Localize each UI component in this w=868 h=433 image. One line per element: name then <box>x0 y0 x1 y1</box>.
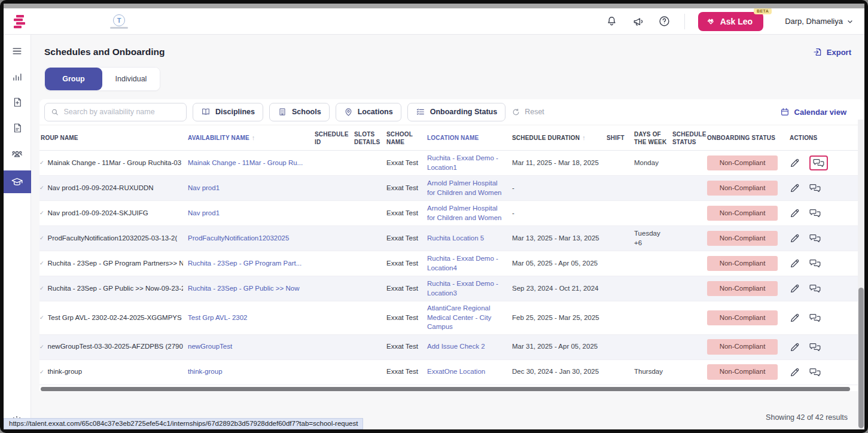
col-onboarding-status[interactable]: ONBOARDING STATUS <box>707 134 790 142</box>
sort-asc-icon[interactable]: ↑ <box>252 133 255 142</box>
comments-button[interactable] <box>809 283 821 294</box>
comments-button[interactable] <box>813 158 824 168</box>
location-link[interactable]: Arnold Palmer Hospital for Children and … <box>427 204 512 222</box>
availability-link[interactable]: Ruchita - 23Sep - GP Public >> Now <box>188 284 315 294</box>
location-link[interactable]: Ruchita - Exxat Demo - Location4 <box>427 254 512 273</box>
table-row[interactable]: ✓Test Grp AVL- 2302-02-24-2025-XGGMPYS (… <box>39 301 864 335</box>
edit-button[interactable] <box>790 258 800 269</box>
col-group-name[interactable]: ROUP NAME <box>39 134 188 142</box>
location-link[interactable]: Ruchita - Exxat Demo - Location3 <box>427 279 512 298</box>
onboarding-status-cell: Non-Compliant <box>707 281 790 297</box>
help-icon[interactable] <box>658 15 671 28</box>
sidebar-item-internships[interactable] <box>4 170 31 193</box>
schools-filter-button[interactable]: Schools <box>269 103 330 121</box>
locations-filter-button[interactable]: Locations <box>336 103 401 121</box>
search-box[interactable] <box>44 103 187 121</box>
availability-link[interactable]: Nav prod1 <box>188 209 315 218</box>
annotation-highlight-box <box>809 155 828 170</box>
sidebar-item-people[interactable] <box>4 145 31 163</box>
table-row[interactable]: ✓ProdFacultyNotification12032025-03-13-2… <box>39 226 864 251</box>
reset-filters-button[interactable]: Reset <box>511 108 544 117</box>
availability-link[interactable]: Test Grp AVL- 2302 <box>188 313 315 323</box>
availability-link[interactable]: ProdFacultyNotification12032025 <box>188 234 315 243</box>
comments-button[interactable] <box>809 208 821 218</box>
edit-button[interactable] <box>790 342 800 352</box>
location-link[interactable]: AtlantiCare Regional Medical Center - Ci… <box>427 304 512 332</box>
col-slots-details[interactable]: SLOTS DETAILS <box>354 130 386 146</box>
col-schedule-status[interactable]: SCHEDULE STATUS <box>672 130 707 146</box>
edit-button[interactable] <box>790 183 800 193</box>
comments-button[interactable] <box>809 367 821 377</box>
edit-button[interactable] <box>790 367 800 377</box>
col-school-name[interactable]: SCHOOL NAME <box>386 130 427 146</box>
status-badge: Non-Compliant <box>707 155 778 171</box>
location-link[interactable]: Ruchita Location 5 <box>427 234 512 243</box>
availability-link[interactable]: Nav prod1 <box>188 184 315 193</box>
schedule-duration-cell: Dec 30, 2024 - Jan 30, 2025 <box>512 367 607 377</box>
window-chrome <box>4 4 864 8</box>
availability-link[interactable]: newGroupTest <box>188 342 315 352</box>
sidebar-item-documents[interactable] <box>4 119 31 137</box>
group-name: Ruchita - 23Sep - GP Public >> Now-09-23… <box>48 284 183 294</box>
calendar-view-button[interactable]: Calendar view <box>780 107 854 117</box>
disciplines-filter-button[interactable]: Disciplines <box>193 103 263 121</box>
school-name-cell: Exxat Test <box>386 184 427 193</box>
table-row[interactable]: ✓Mainak Change - 11Mar - Group Ruchita-0… <box>39 151 864 176</box>
comments-button[interactable] <box>809 258 821 269</box>
actions-cell <box>790 208 849 218</box>
col-location-name[interactable]: LOCATION NAME <box>427 134 512 142</box>
location-link[interactable]: ExxatOne Location <box>427 367 512 377</box>
edit-button[interactable] <box>790 313 800 323</box>
schedule-duration-cell: Mar 05, 2025 - Apr 05, 2025 <box>512 259 607 269</box>
availability-link[interactable]: Mainak Change - 11Mar - Group Ru... <box>188 158 315 168</box>
edit-button[interactable] <box>790 158 800 168</box>
table-row[interactable]: ✓Nav prod1-09-09-2024-RUXUDDNNav prod1Ex… <box>39 176 864 201</box>
group-name-cell: ✓Ruchita - 23Sep - GP Public >> Now-09-2… <box>39 284 188 294</box>
edit-button[interactable] <box>790 208 800 218</box>
comments-button[interactable] <box>809 313 821 323</box>
location-link[interactable]: Ruchita - Exxat Demo - Location1 <box>427 154 512 172</box>
table-row[interactable]: ✓Ruchita - 23Sep - GP Program Partners>>… <box>39 251 864 276</box>
announcements-megaphone-icon[interactable] <box>632 15 645 28</box>
comments-button[interactable] <box>809 183 821 193</box>
user-menu[interactable]: Darp, Dhameliya <box>785 17 854 26</box>
vertical-scrollbar[interactable] <box>858 120 864 429</box>
col-schedule-duration[interactable]: SCHEDULE DURATION↑ <box>512 133 607 142</box>
sidebar-menu-toggle[interactable] <box>4 42 31 60</box>
location-link[interactable]: Arnold Palmer Hospital for Children and … <box>427 179 512 197</box>
status-badge: Non-Compliant <box>707 281 778 297</box>
sidebar <box>4 35 31 425</box>
onboarding-status-cell: Non-Compliant <box>707 181 790 196</box>
tab-individual[interactable]: Individual <box>102 68 160 90</box>
sidebar-item-add-document[interactable] <box>4 93 31 111</box>
ask-leo-button[interactable]: Ask Leo BETA <box>698 12 763 31</box>
sort-asc-icon[interactable]: ↑ <box>582 133 586 142</box>
notifications-bell-icon[interactable] <box>605 15 619 28</box>
location-link[interactable]: Add Issue Check 2 <box>427 342 512 352</box>
vertical-scrollbar-thumb[interactable] <box>858 288 864 428</box>
edit-button[interactable] <box>790 233 800 243</box>
col-shift[interactable]: SHIFT <box>607 134 634 142</box>
tab-group[interactable]: Group <box>45 68 102 90</box>
comments-button[interactable] <box>809 342 821 352</box>
table-row[interactable]: ✓newGroupTest-03-30-2025-AFZDPBS (2790ne… <box>39 335 864 360</box>
exxat-logo-icon[interactable] <box>12 13 32 31</box>
horizontal-scrollbar[interactable] <box>41 387 850 391</box>
col-availability-name[interactable]: AVAILABILITY NAME↑ <box>188 133 315 142</box>
table-row[interactable]: ✓think-groupthink-groupExxat TestExxatOn… <box>39 360 864 385</box>
col-schedule-id[interactable]: SCHEDULE ID <box>315 130 354 146</box>
comments-button[interactable] <box>809 233 821 243</box>
days-of-week-cell: Monday <box>634 158 672 168</box>
export-button[interactable]: Export <box>813 47 851 57</box>
onboarding-status-filter-button[interactable]: Onboarding Status <box>407 103 506 121</box>
sidebar-item-dashboard[interactable] <box>4 68 31 86</box>
user-name: Darp, Dhameliya <box>785 17 843 26</box>
col-days-of-week[interactable]: DAYS OF THE WEEK <box>634 130 672 146</box>
reset-label: Reset <box>525 108 544 116</box>
edit-button[interactable] <box>790 283 800 294</box>
search-input[interactable] <box>64 108 181 116</box>
availability-link[interactable]: think-group <box>188 367 315 377</box>
table-row[interactable]: ✓Nav prod1-09-09-2024-SKJUIFGNav prod1Ex… <box>39 201 864 226</box>
availability-link[interactable]: Ruchita - 23Sep - GP Program Part... <box>188 259 315 269</box>
table-row[interactable]: ✓Ruchita - 23Sep - GP Public >> Now-09-2… <box>39 276 864 301</box>
